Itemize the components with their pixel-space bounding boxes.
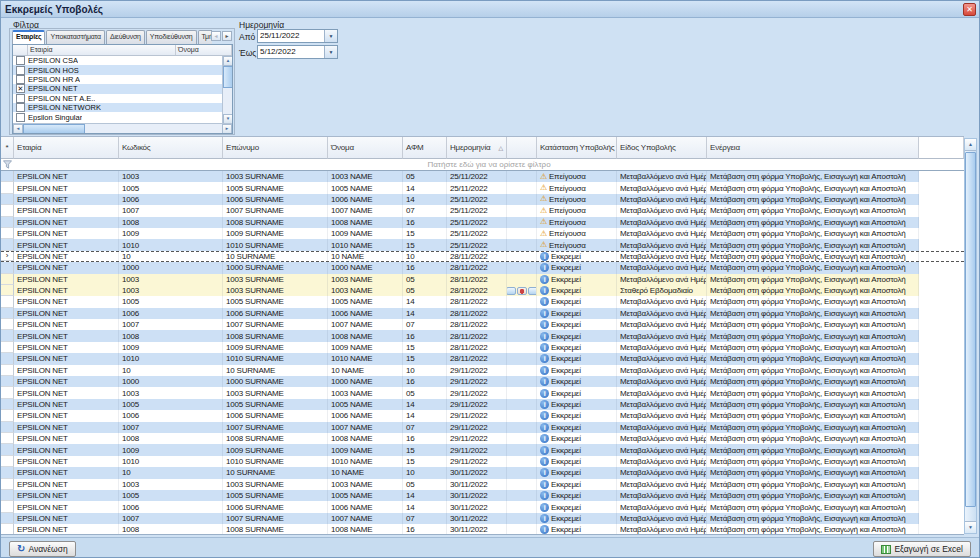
company-list-item[interactable]: EPSILON NETWORK [13, 103, 232, 112]
cell-action[interactable]: Μετάβαση στη φόρμα Υποβολής, Εισαγωγή κα… [707, 501, 919, 512]
tab-prev-icon[interactable]: ◄ [211, 31, 221, 41]
cell-status[interactable]: i Εκκρεμεί [537, 490, 617, 501]
company-list-item[interactable]: Epsilon Singular [13, 112, 232, 121]
cell-company[interactable]: EPSILON NET [14, 524, 119, 535]
cell-name[interactable]: 1000 NAME [328, 262, 403, 273]
cell-surname[interactable]: 10 SURNAME [223, 365, 328, 376]
cell-afm[interactable]: 14 [403, 296, 447, 307]
cell-surname[interactable]: 1010 SURNAME [223, 456, 328, 467]
cell-afm[interactable]: 16 [403, 524, 447, 535]
cell-kind[interactable]: Μεταβαλλόμενο ανά Ημέρα [617, 353, 707, 364]
company-checkbox[interactable]: ✕ [16, 84, 25, 93]
cell-afm[interactable]: 15 [403, 444, 447, 455]
cell-date[interactable]: 28/11/2022 [447, 296, 507, 307]
cell-surname[interactable]: 1007 SURNAME [223, 319, 328, 330]
cell-row-icons[interactable] [507, 285, 537, 296]
cell-status[interactable]: i Εκκρεμεί [537, 342, 617, 353]
cell-company[interactable]: EPSILON NET [14, 444, 119, 455]
cell-name[interactable]: 1003 NAME [328, 387, 403, 398]
cell-name[interactable]: 1003 NAME [328, 171, 403, 182]
cell-surname[interactable]: 1008 SURNAME [223, 330, 328, 341]
cell-date[interactable]: 28/11/2022 [447, 252, 507, 261]
cell-status[interactable]: ⚠ Επείγουσα [537, 171, 617, 182]
cell-action[interactable]: Μετάβαση στη φόρμα Υποβολής, Εισαγωγή κα… [707, 365, 919, 376]
cell-afm[interactable]: 15 [403, 228, 447, 239]
company-name-column-header[interactable]: Εταιρία [28, 45, 176, 55]
cell-status[interactable]: ⚠ Επείγουσα [537, 239, 617, 250]
column-header-date[interactable]: Ημερομηνία△ [447, 137, 507, 159]
cell-action[interactable]: Μετάβαση στη φόρμα Υποβολής, Εισαγωγή κα… [707, 330, 919, 341]
cell-date[interactable]: 28/11/2022 [447, 319, 507, 330]
cell-afm[interactable]: 10 [403, 365, 447, 376]
cell-afm[interactable]: 14 [403, 194, 447, 205]
cell-kind[interactable]: Μεταβαλλόμενο ανά Ημέρα [617, 296, 707, 307]
cell-row-icons[interactable] [507, 501, 537, 512]
cell-action[interactable]: Μετάβαση στη φόρμα Υποβολής, Εισαγωγή κα… [707, 285, 919, 296]
cell-row-icons[interactable] [507, 513, 537, 524]
column-header-code[interactable]: Κωδικός [119, 137, 223, 159]
company-checkbox[interactable] [16, 66, 25, 75]
cell-row-icons[interactable] [507, 479, 537, 490]
company-list-item[interactable]: EPSILON NET A.E.. [13, 94, 232, 103]
cell-surname[interactable]: 10 SURNAME [223, 252, 328, 261]
cell-kind[interactable]: Σταθερό Εβδομαδιαίο [617, 285, 707, 296]
cell-afm[interactable]: 14 [403, 490, 447, 501]
cell-date[interactable]: 29/11/2022 [447, 422, 507, 433]
company-list-item[interactable]: ✕ EPSILON NET [13, 84, 232, 93]
cell-name[interactable]: 1010 NAME [328, 239, 403, 250]
cell-row-icons[interactable] [507, 524, 537, 535]
chevron-down-icon[interactable]: ▼ [324, 46, 337, 58]
cell-date[interactable]: 25/11/2022 [447, 217, 507, 228]
cell-afm[interactable]: 05 [403, 274, 447, 285]
cell-name[interactable]: 1007 NAME [328, 319, 403, 330]
cell-row-icons[interactable] [507, 353, 537, 364]
cell-date[interactable]: 30/11/2022 [447, 479, 507, 490]
cell-action[interactable]: Μετάβαση στη φόρμα Υποβολής, Εισαγωγή κα… [707, 513, 919, 524]
cell-date[interactable]: 25/11/2022 [447, 205, 507, 216]
cell-kind[interactable]: Μεταβαλλόμενο ανά Ημέρα [617, 433, 707, 444]
cell-code[interactable]: 10 [119, 365, 223, 376]
cell-company[interactable]: EPSILON NET [14, 410, 119, 421]
cell-company[interactable]: EPSILON NET [14, 285, 119, 296]
cell-action[interactable]: Μετάβαση στη φόρμα Υποβολής, Εισαγωγή κα… [707, 387, 919, 398]
cell-code[interactable]: 1006 [119, 194, 223, 205]
cell-afm[interactable]: 15 [403, 456, 447, 467]
cell-action[interactable]: Μετάβαση στη φόρμα Υποβολής, Εισαγωγή κα… [707, 467, 919, 478]
cell-row-icons[interactable] [507, 342, 537, 353]
cell-company[interactable]: EPSILON NET [14, 353, 119, 364]
cell-status[interactable]: i Εκκρεμεί [537, 501, 617, 512]
cell-surname[interactable]: 10 SURNAME [223, 467, 328, 478]
cell-kind[interactable]: Μεταβαλλόμενο ανά Ημέρα [617, 217, 707, 228]
cell-code[interactable]: 1010 [119, 353, 223, 364]
cell-afm[interactable]: 14 [403, 182, 447, 193]
cell-date[interactable]: 29/11/2022 [447, 456, 507, 467]
cell-name[interactable]: 1010 NAME [328, 456, 403, 467]
cell-action[interactable]: Μετάβαση στη φόρμα Υποβολής, Εισαγωγή κα… [707, 205, 919, 216]
cell-surname[interactable]: 1009 SURNAME [223, 228, 328, 239]
cell-kind[interactable]: Μεταβαλλόμενο ανά Ημέρα [617, 342, 707, 353]
cell-row-icons[interactable] [507, 217, 537, 228]
cell-name[interactable]: 1009 NAME [328, 444, 403, 455]
cell-date[interactable]: 29/11/2022 [447, 444, 507, 455]
cell-action[interactable]: Μετάβαση στη φόρμα Υποβολής, Εισαγωγή κα… [707, 524, 919, 535]
cell-kind[interactable]: Μεταβαλλόμενο ανά Ημέρα [617, 365, 707, 376]
grid-row[interactable]: EPSILON NET 1010 1010 SURNAME 1010 NAME … [1, 456, 964, 467]
cell-kind[interactable]: Μεταβαλλόμενο ανά Ημέρα [617, 410, 707, 421]
cell-code[interactable]: 1007 [119, 422, 223, 433]
cell-code[interactable]: 1010 [119, 239, 223, 250]
cell-row-icons[interactable] [507, 262, 537, 273]
grid-row[interactable]: EPSILON NET 1008 1008 SURNAME 1008 NAME … [1, 433, 964, 444]
grid-row[interactable]: EPSILON NET 1007 1007 SURNAME 1007 NAME … [1, 422, 964, 433]
cell-date[interactable]: 30/11/2022 [447, 524, 507, 535]
cell-afm[interactable]: 14 [403, 308, 447, 319]
cell-code[interactable]: 10 [119, 467, 223, 478]
cell-company[interactable]: EPSILON NET [14, 513, 119, 524]
cell-row-icons[interactable] [507, 410, 537, 421]
cell-surname[interactable]: 1006 SURNAME [223, 194, 328, 205]
cell-name[interactable]: 10 NAME [328, 467, 403, 478]
cell-status[interactable]: ⚠ Επείγουσα [537, 217, 617, 228]
cell-kind[interactable]: Μεταβαλλόμενο ανά Ημέρα [617, 422, 707, 433]
cell-company[interactable]: EPSILON NET [14, 182, 119, 193]
cell-surname[interactable]: 1007 SURNAME [223, 513, 328, 524]
cell-code[interactable]: 1006 [119, 410, 223, 421]
